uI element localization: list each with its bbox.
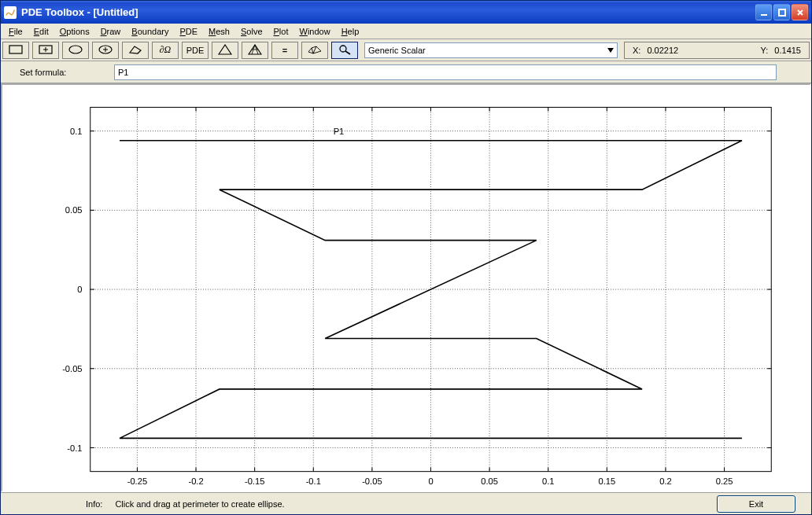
svg-point-7 (69, 46, 82, 53)
tool-rectangle[interactable] (2, 42, 29, 59)
rectangle-icon (9, 45, 23, 56)
menu-window[interactable]: Window (294, 26, 334, 37)
plot-area: -0.25-0.2-0.15-0.1-0.0500.050.10.150.20.… (1, 83, 811, 492)
svg-marker-12 (219, 45, 231, 54)
menu-options[interactable]: Options (55, 26, 94, 37)
exit-button[interactable]: Exit (717, 495, 795, 513)
svg-text:-0.05: -0.05 (362, 476, 382, 486)
formula-input[interactable] (114, 64, 777, 80)
tool-ellipse[interactable] (62, 42, 89, 59)
svg-text:0.2: 0.2 (659, 476, 672, 486)
svg-text:P1: P1 (334, 127, 345, 136)
tool-solve[interactable]: = (271, 42, 298, 59)
coord-x-label: X: (633, 46, 640, 55)
menubar: File Edit Options Draw Boundary PDE Mesh… (1, 24, 811, 39)
tool-polygon[interactable] (122, 42, 149, 59)
menu-help[interactable]: Help (337, 26, 364, 37)
svg-rect-2 (779, 9, 785, 16)
chevron-down-icon (607, 48, 614, 53)
plot3d-icon (307, 44, 323, 57)
tool-ellipse-center[interactable] (92, 42, 119, 59)
svg-rect-3 (9, 46, 22, 53)
svg-text:0.1: 0.1 (542, 476, 555, 486)
svg-text:-0.05: -0.05 (62, 364, 82, 373)
ellipse-icon (68, 45, 83, 56)
solve-icon: = (282, 46, 287, 55)
svg-text:0: 0 (77, 285, 82, 294)
polygon-icon (128, 45, 142, 56)
menu-boundary[interactable]: Boundary (127, 26, 173, 37)
zoom-icon (338, 44, 352, 57)
status-info-label: Info: (86, 499, 102, 509)
svg-text:-0.1: -0.1 (306, 476, 321, 486)
svg-text:-0.1: -0.1 (67, 443, 82, 453)
minimize-button[interactable] (755, 4, 772, 20)
pde-icon: PDE (186, 46, 205, 55)
svg-text:0.1: 0.1 (70, 127, 83, 136)
mode-dropdown[interactable]: Generic Scalar (364, 42, 618, 58)
app-window: PDE Toolbox - [Untitled] File Edit Optio… (0, 0, 812, 515)
toolbar: ∂Ω PDE = Generic Scalar X: 0.02212 Y: 0.… (1, 39, 811, 61)
coord-y-value: 0.1415 (774, 46, 801, 55)
formula-label: Set formula: (10, 68, 114, 77)
menu-file[interactable]: File (4, 26, 28, 37)
menu-edit[interactable]: Edit (29, 26, 54, 37)
tool-boundary[interactable]: ∂Ω (152, 42, 179, 59)
exit-button-label: Exit (749, 499, 763, 509)
menu-draw[interactable]: Draw (96, 26, 126, 37)
rectangle-center-icon (39, 45, 53, 56)
app-icon (4, 6, 17, 19)
boundary-icon: ∂Ω (160, 44, 172, 56)
mesh-icon (218, 44, 232, 57)
tool-refine-mesh[interactable] (242, 42, 268, 59)
maximize-button[interactable] (773, 4, 790, 20)
svg-text:-0.25: -0.25 (127, 476, 147, 486)
plot-canvas[interactable]: -0.25-0.2-0.15-0.1-0.0500.050.10.150.20.… (2, 85, 810, 492)
svg-point-14 (340, 46, 346, 52)
svg-text:0.05: 0.05 (65, 205, 83, 215)
menu-solve[interactable]: Solve (236, 26, 268, 37)
mode-dropdown-value: Generic Scalar (368, 46, 426, 55)
tool-zoom[interactable] (331, 42, 358, 59)
formula-row: Set formula: (1, 61, 811, 83)
statusbar: Info: Click and drag at perimeter to cre… (1, 492, 811, 514)
svg-marker-11 (130, 46, 141, 53)
menu-plot[interactable]: Plot (269, 26, 293, 37)
status-info-text: Click and drag at perimeter to create el… (115, 499, 284, 509)
svg-line-15 (345, 51, 350, 54)
axes-svg: -0.25-0.2-0.15-0.1-0.0500.050.10.150.20.… (2, 85, 810, 492)
tool-mesh[interactable] (212, 42, 238, 59)
svg-text:0.05: 0.05 (481, 476, 498, 486)
menu-mesh[interactable]: Mesh (204, 26, 234, 37)
tool-rectangle-center[interactable] (32, 42, 59, 59)
svg-text:0.25: 0.25 (716, 476, 733, 486)
close-button[interactable] (792, 4, 808, 20)
svg-text:0: 0 (428, 476, 433, 486)
tool-plot3d[interactable] (301, 42, 328, 59)
refine-mesh-icon (248, 44, 262, 57)
ellipse-center-icon (98, 45, 113, 56)
window-title: PDE Toolbox - [Untitled] (20, 6, 755, 18)
titlebar: PDE Toolbox - [Untitled] (1, 1, 811, 24)
svg-text:-0.2: -0.2 (188, 476, 203, 486)
svg-text:0.15: 0.15 (598, 476, 615, 486)
svg-text:-0.15: -0.15 (245, 476, 264, 486)
svg-rect-1 (761, 14, 767, 16)
coordinate-readout: X: 0.02212 Y: 0.1415 (624, 42, 810, 59)
menu-pde[interactable]: PDE (175, 26, 202, 37)
coord-y-label: Y: (761, 46, 769, 55)
coord-x-value: 0.02212 (647, 46, 678, 55)
tool-pde[interactable]: PDE (182, 42, 209, 59)
